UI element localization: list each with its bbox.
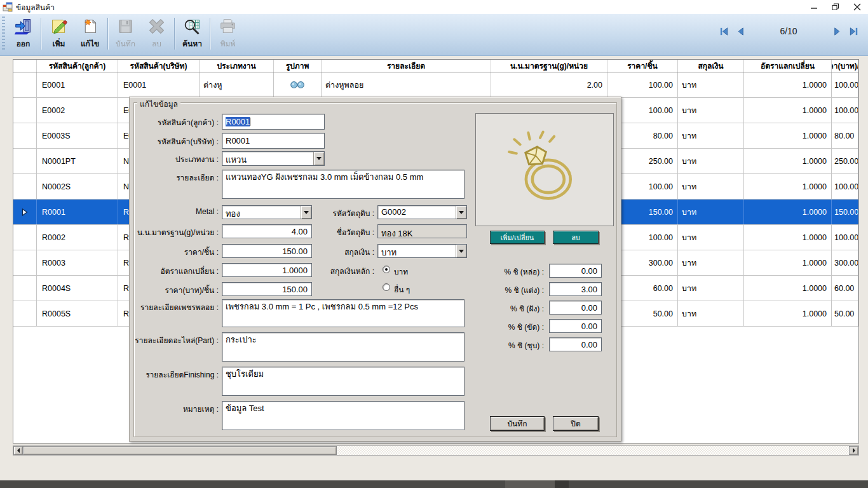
code-customer-label: รหัสสินค้า(ลูกค้า) : bbox=[135, 116, 219, 128]
minimize-button[interactable] bbox=[803, 0, 825, 14]
cell-currency: บาท bbox=[678, 174, 744, 199]
exit-icon bbox=[14, 17, 32, 36]
edit-label: แก้ไข bbox=[81, 37, 99, 50]
finishing-detail-label: รายละเอียดFinishing : bbox=[135, 369, 219, 381]
column-header: น.น.มาตรฐาน(g)/หน่วย bbox=[491, 60, 607, 72]
percent-cast-label: % ชิ (หล่อ) : bbox=[460, 266, 544, 278]
code-customer-input[interactable]: R0001 bbox=[222, 114, 325, 130]
next-record-button[interactable] bbox=[829, 24, 845, 38]
code-company-input[interactable]: R0001 bbox=[222, 133, 325, 149]
cell-code-customer: E0001 bbox=[37, 72, 118, 97]
percent-set-label: % ชิ (ฝัง) : bbox=[460, 302, 544, 315]
percent-trim-input[interactable]: 3.00 bbox=[549, 282, 602, 296]
dialog-save-button[interactable]: บันทึก bbox=[490, 416, 545, 431]
dialog-close-button[interactable]: ปิด bbox=[553, 416, 599, 431]
edit-dialog: แก้ไขข้อมูล รหัสสินค้า(ลูกค้า) : R0001 ร… bbox=[129, 97, 621, 442]
percent-cast-input[interactable]: 0.00 bbox=[549, 264, 602, 278]
last-record-button[interactable] bbox=[845, 24, 862, 38]
remark-input[interactable]: ข้อมูล Test bbox=[222, 401, 465, 430]
product-image-box bbox=[475, 113, 614, 226]
column-header: ราคา(บาท)/ชิ้น bbox=[832, 60, 858, 72]
column-header: ราคา/ชิ้น bbox=[607, 60, 678, 72]
cell-image bbox=[274, 72, 322, 97]
image-add-change-button[interactable]: เพิ่ม/เปลี่ยน bbox=[490, 231, 545, 244]
cell-code-customer: R0005S bbox=[37, 301, 118, 326]
work-type-combobox[interactable]: แหวน bbox=[222, 151, 325, 166]
cell-exchange-rate: 1.0000 bbox=[744, 250, 832, 275]
scroll-left-arrow-icon[interactable] bbox=[13, 446, 23, 455]
print-label: พิมพ์ bbox=[220, 37, 236, 50]
metal-combobox[interactable]: ทอง bbox=[222, 205, 312, 219]
print-button[interactable]: พิมพ์ bbox=[212, 16, 243, 50]
code-company-label: รหัสสินค้า(บริษัท) : bbox=[135, 135, 219, 147]
scroll-right-arrow-icon[interactable] bbox=[849, 446, 858, 455]
toolbar-separator bbox=[107, 18, 108, 50]
edit-button[interactable]: แก้ไข bbox=[74, 16, 105, 50]
save-button[interactable]: บันทึก bbox=[110, 16, 141, 50]
description-label: รายละเอียด : bbox=[135, 172, 219, 184]
cell-price-baht: 50.00 bbox=[832, 301, 858, 326]
price-baht-input[interactable]: 150.00 bbox=[222, 282, 312, 296]
h-scrollbar[interactable] bbox=[13, 445, 859, 456]
cell-currency: บาท bbox=[678, 276, 744, 301]
cell-price-baht: 100.00 bbox=[832, 174, 858, 199]
cell-price-baht: 60.00 bbox=[832, 276, 858, 301]
previous-record-button[interactable] bbox=[732, 24, 749, 38]
toolbar: ออก เพิ่ม แก้ไข bbox=[0, 14, 868, 56]
exit-button[interactable]: ออก bbox=[8, 16, 39, 50]
cell-currency: บาท bbox=[678, 149, 744, 173]
titlebar: ข้อมูลสินค้า bbox=[0, 0, 868, 14]
material-name-field: ทอง 18K bbox=[377, 224, 467, 238]
add-icon bbox=[50, 17, 68, 36]
cell-std-weight: 2.00 bbox=[491, 72, 607, 97]
std-weight-input[interactable]: 4.00 bbox=[222, 224, 312, 238]
add-label: เพิ่ม bbox=[53, 37, 65, 50]
material-code-combobox[interactable]: G0002 bbox=[377, 205, 467, 219]
exchange-rate-input[interactable]: 1.0000 bbox=[222, 263, 312, 277]
close-button[interactable] bbox=[846, 0, 868, 14]
currency-value: บาท bbox=[378, 245, 456, 257]
cell-code-customer: R0004S bbox=[37, 276, 118, 301]
grid-row[interactable]: E0001E0001ต่างหูต่างหูพลอย2.00100.00บาท1… bbox=[13, 72, 858, 98]
app-window: ข้อมูลสินค้า ออก bbox=[0, 0, 868, 488]
cell-work-type: ต่างหู bbox=[200, 72, 274, 97]
row-indicator-cell bbox=[13, 72, 37, 97]
scroll-thumb[interactable] bbox=[23, 446, 337, 455]
main-currency-baht-radio[interactable] bbox=[383, 266, 390, 273]
add-button[interactable]: เพิ่ม bbox=[43, 16, 74, 50]
row-indicator-cell bbox=[13, 200, 37, 224]
description-input[interactable]: แหวนทองYG ฝังเพชรกลม 3.0 mm เม็ดข้างกลม … bbox=[222, 170, 465, 199]
delete-button[interactable]: ลบ bbox=[141, 16, 172, 50]
chevron-down-icon[interactable] bbox=[313, 152, 324, 165]
restore-button[interactable] bbox=[825, 0, 846, 14]
percent-polish-input[interactable]: 0.00 bbox=[549, 319, 602, 333]
image-delete-button[interactable]: ลบ bbox=[553, 231, 599, 244]
finishing-detail-input[interactable]: ชุบโรเดียม bbox=[222, 367, 465, 396]
percent-set-input[interactable]: 0.00 bbox=[549, 301, 602, 315]
chevron-down-icon[interactable] bbox=[456, 245, 466, 257]
cell-exchange-rate: 1.0000 bbox=[744, 174, 832, 199]
first-record-icon bbox=[719, 27, 729, 36]
price-per-piece-input[interactable]: 150.00 bbox=[222, 244, 312, 258]
first-record-button[interactable] bbox=[715, 24, 732, 38]
delete-label: ลบ bbox=[152, 37, 161, 50]
cell-code-customer: E0002 bbox=[37, 98, 118, 123]
currency-combobox[interactable]: บาท bbox=[377, 244, 467, 258]
price-per-piece-label: ราคา/ชิ้น : bbox=[135, 246, 219, 258]
column-header: รหัสสินค้า(บริษัท) bbox=[118, 60, 200, 72]
work-type-label: ประเภทงาน : bbox=[135, 153, 219, 165]
exchange-rate-label: อัตราแลกเปลี่ยน : bbox=[135, 265, 219, 277]
save-icon bbox=[116, 17, 135, 36]
chevron-down-icon[interactable] bbox=[456, 206, 466, 219]
percent-plate-input[interactable]: 0.00 bbox=[549, 337, 602, 351]
ring-image bbox=[504, 129, 585, 210]
main-currency-other-radio[interactable] bbox=[383, 283, 390, 291]
gem-detail-input[interactable]: เพชรกลม 3.0 mm = 1 Pc , เพชรกลม 0.5 mm =… bbox=[222, 299, 465, 327]
last-record-icon bbox=[849, 27, 858, 36]
part-detail-input[interactable]: กระเปาะ bbox=[222, 332, 465, 362]
app-icon bbox=[3, 2, 13, 12]
cell-exchange-rate: 1.0000 bbox=[744, 72, 832, 97]
cell-currency: บาท bbox=[678, 98, 744, 123]
search-button[interactable]: ค้นหา bbox=[177, 16, 208, 50]
cell-price-baht: 300.00 bbox=[832, 250, 858, 275]
